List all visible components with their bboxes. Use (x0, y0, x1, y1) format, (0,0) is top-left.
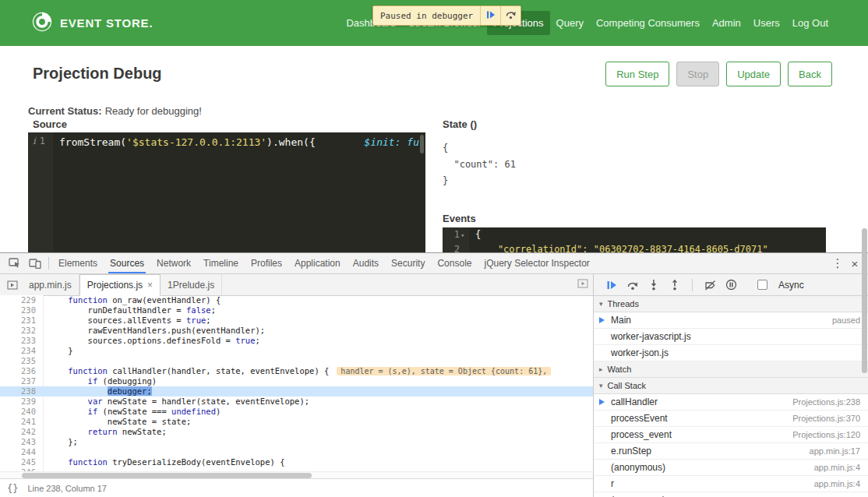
nav-item-competing-consumers[interactable]: Competing Consumers (590, 11, 706, 35)
line-number[interactable]: 235 (0, 356, 44, 366)
thread-row-main[interactable]: Mainpaused (594, 312, 868, 329)
status-value: Ready for debugging! (105, 105, 202, 117)
callstack-row-anonymous[interactable]: (anonymous)app.min.js:4 (594, 460, 868, 476)
code-line: 245 function tryDeserializeBody(eventEnv… (0, 457, 593, 467)
line-number[interactable]: 230 (0, 305, 44, 315)
eventstore-logo[interactable]: EVENT STORE. (31, 11, 153, 36)
devtools-tab-timeline[interactable]: Timeline (197, 253, 245, 273)
line-number[interactable]: 240 (0, 407, 44, 417)
pause-on-exceptions-button[interactable] (724, 278, 738, 292)
file-tab-projections-js[interactable]: Projections.js× (79, 274, 161, 296)
events-code-line: 2 "correlationId": "06302702-8837-4164-8… (443, 242, 826, 252)
code-text: if (debugging) (44, 376, 593, 386)
line-number[interactable]: 234 (0, 346, 44, 356)
step-into-button[interactable] (647, 278, 661, 292)
line-number[interactable]: 232 (0, 326, 44, 336)
devtools-tab-profiles[interactable]: Profiles (245, 253, 288, 273)
step-over-icon (505, 9, 517, 23)
line-number[interactable]: 244 (0, 447, 44, 457)
nav-item-admin[interactable]: Admin (706, 11, 747, 35)
callstack-row-e-runstep[interactable]: e.runStepapp.min.js:17 (594, 443, 868, 460)
watch-pane-header[interactable]: ▸Watch (594, 361, 868, 378)
pane-title: Watch (608, 365, 632, 374)
nav-item-query[interactable]: Query (550, 11, 590, 35)
resume-button[interactable] (605, 278, 619, 292)
devtools-menu-icon[interactable]: ⋮ (829, 256, 846, 270)
line-number[interactable]: 238 (0, 386, 44, 397)
code-token: $init: fu (365, 135, 419, 150)
file-tab-app-min-js[interactable]: app.min.js (22, 274, 79, 295)
devtools-tab-jquery-selector-inspector[interactable]: jQuery Selector Inspector (478, 253, 595, 273)
navigator-toggle-icon[interactable] (3, 274, 22, 295)
thread-name: worker-json.js (611, 347, 669, 358)
devtools-tab-console[interactable]: Console (431, 253, 478, 273)
device-toolbar-icon[interactable] (25, 255, 45, 272)
devtools-tab-application[interactable]: Application (288, 253, 347, 273)
badge-resume-button[interactable] (480, 6, 500, 25)
line-number[interactable]: 236 (0, 366, 44, 376)
inspect-element-icon[interactable] (5, 255, 25, 272)
nav-item-log-out[interactable]: Log Out (786, 11, 834, 35)
badge-step-over-button[interactable] (500, 6, 520, 25)
line-number[interactable]: 242 (0, 427, 44, 437)
devtools-tab-security[interactable]: Security (385, 253, 431, 273)
source-code-line: fromStream('$stats-127.0.0.1:2113').when… (59, 135, 425, 150)
paused-badge-text: Paused in debugger (373, 6, 480, 25)
page-scrollbar[interactable] (862, 228, 867, 373)
line-number[interactable]: 237 (0, 376, 44, 386)
devtools-tab-elements[interactable]: Elements (52, 253, 104, 273)
pretty-print-icon[interactable]: {} (7, 483, 18, 494)
source-editor-scrollbar[interactable] (420, 135, 424, 153)
devtools-body: app.min.jsProjections.js×1Prelude.js 229… (0, 274, 868, 497)
thread-row-worker-json-js[interactable]: worker-json.js (594, 345, 868, 361)
code-text: sources.allEvents = true; (44, 315, 593, 326)
nav-item-users[interactable]: Users (747, 11, 786, 35)
file-tab-label: app.min.js (29, 280, 72, 291)
code-token: ).when({ (266, 136, 316, 148)
callstack-row-callhandler[interactable]: callHandlerProjections.js:238 (594, 394, 868, 411)
step-out-button[interactable] (668, 278, 682, 292)
scrollbar-thumb[interactable] (22, 473, 312, 478)
async-checkbox[interactable] (757, 280, 767, 290)
callstack-row-anonymous[interactable]: (anonymous)app.min.js:4 (594, 492, 868, 497)
source-editor-gutter: i 1 (28, 132, 53, 252)
line-number[interactable]: 233 (0, 336, 44, 346)
frame-location: app.min.js:17 (810, 446, 860, 456)
update-button[interactable]: Update (726, 62, 781, 86)
run-step-button[interactable]: Run Step (605, 62, 669, 86)
line-number[interactable]: 239 (0, 397, 44, 407)
threads-pane-header[interactable]: ▾Threads (594, 296, 868, 312)
events-editor[interactable]: 1▾{2 "correlationId": "06302702-8837-416… (443, 227, 826, 252)
fold-arrow-icon[interactable]: ▾ (460, 228, 464, 243)
paused-statement: debugger; (108, 386, 152, 396)
line-number[interactable]: 245 (0, 457, 44, 467)
file-tab-1prelude-js[interactable]: 1Prelude.js (161, 274, 222, 295)
callstack-row-process-event[interactable]: process_eventProjections.js:120 (594, 427, 868, 443)
callstack-row-processevent[interactable]: processEventProjections.js:370 (594, 411, 868, 427)
thread-row-worker-javascript-js[interactable]: worker-javascript.js (594, 329, 868, 345)
line-number[interactable]: 243 (0, 437, 44, 447)
frame-function: (anonymous) (611, 462, 665, 473)
devtools-tab-audits[interactable]: Audits (347, 253, 385, 273)
callstack-row-r[interactable]: rapp.min.js:4 (594, 476, 868, 492)
line-number[interactable]: 231 (0, 315, 44, 326)
code-line: 229 function on_raw(eventHandler) { (0, 295, 593, 305)
devtools-tab-sources[interactable]: Sources (104, 253, 150, 273)
preview-pane-icon[interactable] (577, 279, 588, 291)
toolbar-separator (48, 257, 49, 270)
code-line: 232 rawEventHandlers.push(eventHandler); (0, 326, 593, 336)
back-button[interactable]: Back (788, 62, 832, 86)
source-section-label: Source (33, 118, 67, 130)
callstack-pane-header[interactable]: ▾Call Stack (594, 378, 868, 394)
line-number[interactable]: 241 (0, 417, 44, 427)
code-line: 231 sources.allEvents = true; (0, 315, 593, 326)
devtools-tab-network[interactable]: Network (150, 253, 197, 273)
step-over-button[interactable] (626, 278, 640, 292)
source-editor[interactable]: i 1 fromStream('$stats-127.0.0.1:2113').… (28, 132, 425, 252)
line-number[interactable]: 229 (0, 295, 44, 305)
source-code-area[interactable]: 229 function on_raw(eventHandler) {230 r… (0, 295, 593, 479)
disclosure-triangle-icon: ▾ (599, 382, 603, 389)
close-tab-icon[interactable]: × (147, 280, 153, 291)
deactivate-breakpoints-button[interactable] (703, 278, 717, 292)
devtools-close-icon[interactable]: × (846, 257, 863, 270)
